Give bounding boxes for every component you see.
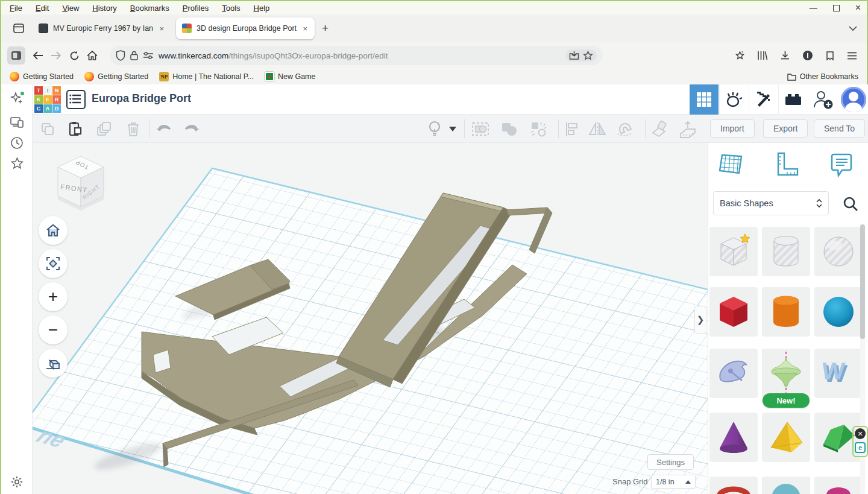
minimize-button[interactable]: — (810, 4, 817, 13)
import-button[interactable]: Import (710, 119, 755, 138)
sidebar-toggle-icon[interactable] (7, 46, 25, 65)
perspective-toggle-button[interactable] (39, 349, 68, 378)
maximize-button[interactable] (833, 5, 840, 11)
close-button[interactable]: × (855, 2, 861, 13)
zoom-out-button[interactable]: − (39, 315, 68, 344)
home-button[interactable] (83, 46, 101, 65)
show-all-icon[interactable] (426, 120, 444, 138)
paste-icon[interactable] (66, 120, 84, 138)
shape-tile-hole-sphere[interactable] (814, 227, 863, 276)
duplicate-icon[interactable] (95, 120, 113, 138)
shape-category-select[interactable]: Basic Shapes (713, 191, 829, 215)
settings-gear-icon[interactable] (9, 474, 25, 490)
mode-3d-design-icon[interactable] (690, 84, 719, 115)
mode-brick-icon[interactable] (778, 84, 807, 115)
view-cube[interactable]: TOP FRONT RIGHT (46, 151, 118, 218)
ungroup-all-icon[interactable] (529, 120, 547, 138)
extensions-icon[interactable] (825, 51, 835, 61)
back-button[interactable] (29, 46, 47, 65)
send-to-button[interactable]: Send To (814, 119, 865, 138)
ungroup-icon[interactable] (500, 120, 518, 138)
mode-simlab-icon[interactable] (719, 84, 748, 115)
align-icon[interactable] (563, 120, 581, 138)
copy-icon[interactable] (39, 120, 57, 138)
tracking-shield-icon[interactable] (116, 50, 125, 61)
shape-tile-pyramid[interactable] (762, 413, 810, 462)
save-page-icon[interactable] (569, 51, 579, 60)
shape-tile-hole-box[interactable] (709, 227, 758, 276)
shape-tile-text[interactable]: WW (814, 349, 863, 398)
menu-view[interactable]: View (62, 4, 79, 13)
shape-tile-scribble[interactable] (709, 349, 758, 398)
pinned-star-icon[interactable] (735, 51, 745, 61)
avatar[interactable] (841, 87, 866, 112)
panel-scrollbar-thumb[interactable] (860, 224, 865, 339)
home-view-button[interactable] (39, 216, 68, 245)
bookmark-star-icon[interactable] (583, 51, 593, 60)
bookmark-new-game[interactable]: New Game (265, 72, 316, 81)
tab-tinkercad-close-icon[interactable]: × (301, 24, 309, 33)
bookmark-national-p[interactable]: NP Home | The National P... (159, 72, 254, 81)
shape-tile-sphere[interactable] (814, 287, 863, 337)
menu-history[interactable]: History (92, 4, 116, 13)
app-menu-icon[interactable] (847, 52, 857, 60)
history-clock-icon[interactable] (9, 135, 25, 151)
library-icon[interactable] (757, 51, 768, 60)
tab-ferry-close-icon[interactable]: × (158, 24, 165, 33)
undo-icon[interactable] (154, 120, 172, 138)
tab-ferry[interactable]: MV Europic Ferry 1967 by Ian_C × (33, 17, 171, 39)
overlay-close-icon[interactable]: ✕ (855, 428, 866, 439)
toggle-ruler-icon[interactable] (773, 151, 800, 178)
show-all-dropdown-icon[interactable] (447, 120, 458, 138)
shape-tile-cylinder[interactable] (762, 287, 810, 337)
bookmark-getting-started-2[interactable]: Getting Started (84, 72, 148, 81)
notes-icon[interactable] (828, 151, 854, 178)
ruler-tool-icon[interactable] (679, 120, 697, 138)
bookmark-getting-started-1[interactable]: Getting Started (10, 72, 74, 81)
shape-tile-partial-1[interactable] (709, 477, 758, 494)
url-text[interactable]: www.tinkercad.com/things/isupoQht3Ox-eur… (159, 51, 561, 60)
fit-view-button[interactable] (39, 249, 68, 278)
zoom-in-button[interactable]: + (39, 282, 68, 311)
snap-grid-dropdown[interactable]: 1/8 in (651, 475, 696, 489)
reload-button[interactable] (65, 46, 83, 65)
shape-tile-cone[interactable] (709, 413, 758, 462)
mode-minecraft-icon[interactable] (749, 84, 778, 115)
workplane-tool-icon[interactable] (650, 120, 668, 138)
tab-tinkercad[interactable]: 3D design Europa Bridge Port - × (176, 17, 315, 39)
design-title[interactable]: Europa Bridge Port (92, 92, 191, 105)
lock-icon[interactable] (130, 51, 138, 60)
menu-help[interactable]: Help (254, 4, 270, 13)
shape-tile-box[interactable] (709, 287, 758, 337)
permissions-toggles-icon[interactable] (143, 52, 154, 59)
search-shapes-button[interactable] (838, 192, 863, 215)
shape-tile-partial-3[interactable] (814, 477, 863, 494)
shape-tile-hole-cylinder[interactable] (762, 227, 810, 276)
extension-e-icon[interactable]: e (855, 442, 866, 453)
ai-chatbot-icon[interactable] (9, 90, 25, 106)
tinkercad-logo[interactable]: T I N K E R C A D (34, 86, 61, 113)
menu-profiles[interactable]: Profiles (183, 4, 209, 13)
delete-icon[interactable] (124, 120, 142, 138)
list-tabs-chevron-icon[interactable] (849, 26, 857, 31)
design-canvas[interactable]: ne (33, 143, 708, 494)
synced-tabs-icon[interactable] (9, 115, 25, 130)
menu-tools[interactable]: Tools (222, 4, 240, 13)
shape-tile-spinning-top[interactable] (762, 349, 810, 398)
panel-collapse-handle[interactable]: ❯ (694, 306, 706, 334)
design-menu-icon[interactable] (66, 90, 86, 109)
add-collaborator-icon[interactable] (812, 89, 834, 110)
forward-button[interactable] (47, 46, 65, 65)
shape-tile-partial-2[interactable] (762, 477, 810, 494)
redo-icon[interactable] (183, 120, 201, 138)
menu-edit[interactable]: Edit (36, 4, 49, 13)
other-bookmarks[interactable]: Other Bookmarks (787, 72, 858, 81)
mirror-icon[interactable] (588, 120, 606, 138)
bridge-model[interactable] (142, 193, 552, 467)
new-tab-button[interactable]: + (322, 22, 329, 35)
toggle-workplane-icon[interactable] (718, 151, 744, 178)
url-bar[interactable]: www.tinkercad.com/things/isupoQht3Ox-eur… (110, 46, 603, 65)
menu-bookmarks[interactable]: Bookmarks (130, 4, 169, 13)
magnet-snap-icon[interactable] (616, 120, 634, 138)
settings-button[interactable]: Settings (647, 454, 694, 470)
